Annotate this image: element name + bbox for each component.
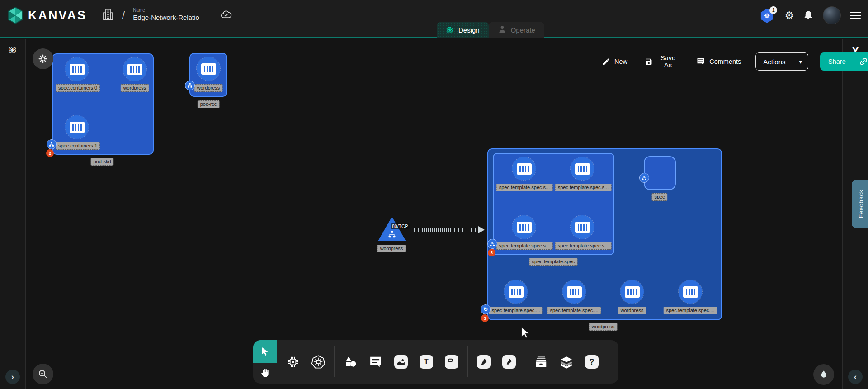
group-label-deployment[interactable]: wordpress bbox=[589, 323, 618, 331]
spec-template-issue-badge[interactable]: 3 bbox=[488, 249, 495, 256]
group-spec-template-spec[interactable] bbox=[493, 153, 614, 255]
meshery-spiral-icon[interactable]: ֍ bbox=[8, 45, 18, 55]
container-icon bbox=[509, 286, 524, 298]
media-tool[interactable] bbox=[394, 355, 408, 369]
note-tool[interactable] bbox=[444, 355, 459, 369]
comments-button-label: Comments bbox=[709, 58, 741, 65]
node-spec-template-2[interactable] bbox=[571, 157, 594, 180]
group-label-pod-skd[interactable]: pod-skd bbox=[90, 158, 113, 166]
sketch-tool[interactable] bbox=[502, 355, 516, 369]
comment-tool[interactable] bbox=[368, 355, 383, 369]
node-label[interactable]: spec.template.spec.... bbox=[664, 307, 717, 314]
node-deployment-bottom-1[interactable] bbox=[504, 280, 528, 304]
left-rail: ֍ › bbox=[0, 39, 26, 389]
pointer-tools bbox=[253, 340, 277, 384]
tab-design[interactable]: ֍ Design bbox=[437, 22, 489, 38]
notifications-bell-icon[interactable] bbox=[803, 9, 814, 22]
pen-tool[interactable] bbox=[476, 355, 491, 369]
node-service-wordpress[interactable] bbox=[378, 217, 406, 241]
freehand-pencil-icon bbox=[502, 355, 516, 369]
operate-person-icon bbox=[498, 25, 507, 35]
service-label[interactable]: wordpress bbox=[377, 245, 406, 252]
user-avatar[interactable] bbox=[823, 6, 841, 24]
kanvas-logo[interactable]: KANVAS bbox=[7, 6, 87, 24]
node-pod-rcc-wordpress[interactable] bbox=[197, 57, 220, 81]
shapes-tool[interactable] bbox=[343, 355, 358, 369]
node-label[interactable]: spec.template.spec.s... bbox=[555, 184, 612, 191]
mouse-cursor bbox=[520, 327, 532, 340]
tab-design-label: Design bbox=[458, 26, 480, 34]
spec-template-relationship-icon[interactable] bbox=[487, 239, 497, 249]
zoom-in-button[interactable] bbox=[33, 364, 53, 384]
layers-tool[interactable] bbox=[559, 355, 574, 369]
share-button[interactable]: Share bbox=[820, 52, 854, 71]
node-deployment-bottom-3[interactable] bbox=[620, 280, 644, 304]
app-header: KANVAS / Name bbox=[0, 0, 868, 38]
kubernetes-tool[interactable] bbox=[311, 355, 326, 369]
actions-dropdown-toggle[interactable]: ▾ bbox=[793, 53, 808, 70]
save-as-button-label: Save As bbox=[657, 54, 679, 69]
help-tool[interactable]: ? bbox=[585, 355, 599, 369]
service-edge[interactable] bbox=[404, 228, 480, 232]
deployment-rotate-icon[interactable]: ↻ bbox=[481, 304, 491, 314]
container-icon bbox=[70, 64, 85, 75]
pan-tool-button[interactable] bbox=[253, 363, 277, 384]
comments-button[interactable]: Comments bbox=[693, 57, 744, 66]
node-label[interactable]: wordpress bbox=[618, 307, 646, 314]
deployment-issue-badge[interactable]: 3 bbox=[481, 314, 489, 322]
pod-rcc-relationship-icon[interactable] bbox=[185, 81, 195, 90]
node-label[interactable]: spec.containers.1 bbox=[56, 142, 100, 150]
spec-relationship-icon[interactable] bbox=[639, 173, 649, 183]
drawer-tool[interactable] bbox=[534, 355, 548, 369]
node-spec[interactable] bbox=[644, 156, 676, 190]
service-network-icon bbox=[387, 230, 396, 238]
kubernetes-context-switcher[interactable]: ☸ 1 bbox=[760, 7, 775, 24]
pod-skd-issue-badge[interactable]: 2 bbox=[46, 149, 54, 157]
link-icon bbox=[859, 57, 868, 66]
copy-link-button[interactable] bbox=[854, 52, 868, 71]
ink-droplet-button[interactable] bbox=[813, 364, 834, 385]
node-label[interactable]: spec.template.spec.s... bbox=[555, 242, 612, 250]
node-deployment-bottom-2[interactable] bbox=[562, 280, 586, 304]
collapse-right-panel-button[interactable]: ‹ bbox=[848, 370, 863, 384]
canvas-widget-button[interactable] bbox=[33, 48, 53, 69]
node-spec-containers-1[interactable] bbox=[65, 115, 89, 139]
design-name-input[interactable] bbox=[133, 13, 209, 23]
node-spec-containers-0[interactable] bbox=[65, 57, 89, 81]
edge-port-label[interactable]: 80/TCP bbox=[391, 223, 410, 229]
select-tool-button[interactable] bbox=[253, 340, 277, 363]
node-spec-template-3[interactable] bbox=[512, 215, 536, 239]
expand-left-panel-button[interactable]: › bbox=[5, 370, 20, 384]
drawing-tools bbox=[468, 340, 525, 384]
actions-button[interactable]: Actions bbox=[756, 53, 793, 70]
menu-hamburger-icon[interactable] bbox=[850, 12, 861, 19]
kubernetes-helm-icon bbox=[311, 355, 326, 369]
kubernetes-context-badge: 1 bbox=[769, 6, 777, 14]
node-spec-template-4[interactable] bbox=[571, 215, 594, 239]
node-pod-skd-wordpress[interactable] bbox=[123, 57, 146, 81]
node-label[interactable]: spec.template.spec.... bbox=[547, 307, 601, 314]
node-label[interactable]: spec.template.spec.s... bbox=[496, 184, 553, 191]
node-label[interactable]: spec.containers.0 bbox=[56, 84, 100, 92]
settings-gear-icon[interactable]: ⚙ bbox=[784, 10, 794, 21]
node-label[interactable]: wordpress bbox=[194, 84, 223, 92]
annotation-tools: T bbox=[335, 340, 467, 384]
node-spec-template-1[interactable] bbox=[512, 157, 536, 180]
group-label-spec-template[interactable]: spec.template.spec bbox=[529, 258, 578, 266]
pod-skd-relationship-icon[interactable] bbox=[47, 139, 57, 149]
save-as-button[interactable]: Save As bbox=[642, 54, 682, 69]
spec-node-label[interactable]: spec bbox=[651, 193, 667, 201]
organization-building-icon[interactable] bbox=[101, 7, 115, 24]
node-label[interactable]: spec.template.spec.s... bbox=[496, 242, 553, 250]
group-label-pod-rcc[interactable]: pod-rcc bbox=[198, 100, 220, 108]
node-label[interactable]: spec.template.spec.... bbox=[489, 307, 543, 314]
text-tool[interactable]: T bbox=[419, 355, 434, 369]
new-button[interactable]: New bbox=[599, 57, 630, 66]
node-label[interactable]: wordpress bbox=[121, 84, 149, 92]
node-deployment-bottom-4[interactable] bbox=[679, 280, 702, 304]
mesh-components-tool[interactable] bbox=[286, 355, 300, 369]
tab-operate[interactable]: Operate bbox=[489, 22, 544, 38]
container-icon bbox=[575, 222, 590, 233]
feedback-tab[interactable]: Feedback bbox=[852, 180, 868, 228]
pan-hand-icon bbox=[259, 368, 270, 379]
